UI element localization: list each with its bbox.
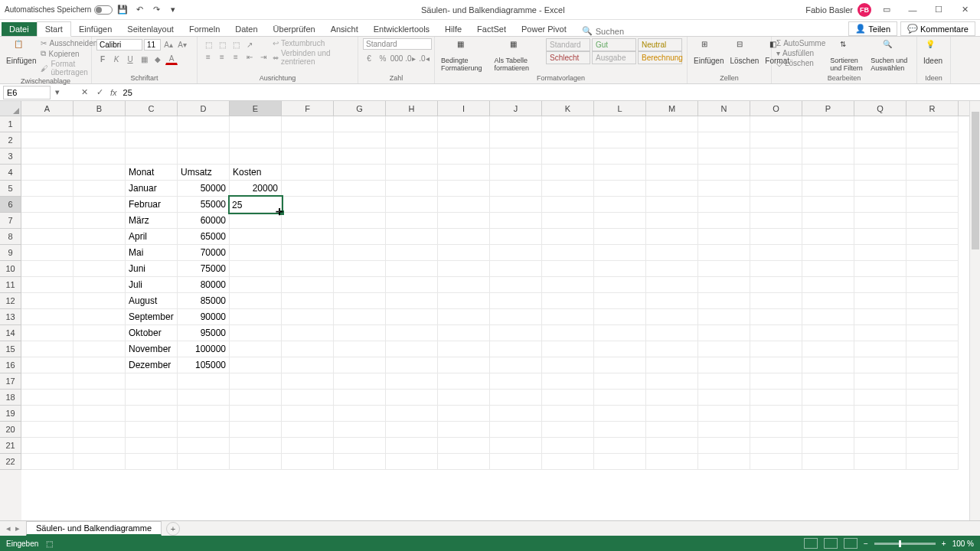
cell-L5[interactable]: [594, 181, 646, 197]
copy-button[interactable]: ⧉Kopieren: [41, 48, 97, 59]
cell-E19[interactable]: [230, 406, 282, 422]
cell-C9[interactable]: Mai: [126, 245, 178, 261]
cell-D20[interactable]: [178, 422, 230, 438]
cell-L12[interactable]: [594, 293, 646, 309]
cell-L3[interactable]: [594, 148, 646, 165]
cell-C13[interactable]: September: [126, 309, 178, 325]
cell-F19[interactable]: [282, 406, 334, 422]
cell-M7[interactable]: [646, 213, 698, 229]
cell-B21[interactable]: [74, 438, 126, 454]
cell-H19[interactable]: [386, 406, 438, 422]
cell-B17[interactable]: [74, 373, 126, 390]
cell-J13[interactable]: [490, 309, 542, 325]
cell-A17[interactable]: [21, 373, 74, 390]
view-layout-icon[interactable]: [824, 538, 838, 549]
cell-M14[interactable]: [646, 325, 698, 341]
cell-G7[interactable]: [334, 213, 386, 229]
col-header-P[interactable]: P: [802, 101, 854, 116]
cell-P4[interactable]: [802, 165, 854, 181]
cell-K9[interactable]: [542, 245, 594, 261]
italic-button[interactable]: K: [110, 53, 122, 65]
cell-B6[interactable]: [74, 197, 126, 213]
cell-O11[interactable]: [750, 277, 802, 293]
find-select-button[interactable]: 🔍Suchen und Auswählen: [869, 38, 912, 73]
style-berechnung[interactable]: Berechnung: [638, 51, 682, 64]
cell-L9[interactable]: [594, 245, 646, 261]
autosave-toggle[interactable]: [94, 5, 113, 15]
cell-H4[interactable]: [386, 165, 438, 181]
cell-H3[interactable]: [386, 148, 438, 165]
cell-E17[interactable]: [230, 373, 282, 390]
col-header-D[interactable]: D: [178, 101, 230, 116]
col-header-L[interactable]: L: [594, 101, 646, 116]
cell-I19[interactable]: [438, 406, 490, 422]
vertical-scrollbar[interactable]: [969, 101, 980, 520]
cell-C15[interactable]: November: [126, 341, 178, 357]
undo-icon[interactable]: ↶: [132, 3, 146, 17]
row-header-2[interactable]: 2: [0, 132, 21, 148]
cell-H7[interactable]: [386, 213, 438, 229]
cell-A16[interactable]: [21, 357, 74, 373]
cell-N19[interactable]: [698, 406, 750, 422]
col-header-H[interactable]: H: [386, 101, 438, 116]
cell-D13[interactable]: 90000: [178, 309, 230, 325]
view-normal-icon[interactable]: [804, 538, 818, 549]
cell-E2[interactable]: [230, 132, 282, 148]
cell-B10[interactable]: [74, 261, 126, 277]
paste-button[interactable]: 📋Einfügen: [5, 38, 38, 67]
cell-K15[interactable]: [542, 341, 594, 357]
cell-J20[interactable]: [490, 422, 542, 438]
cell-F13[interactable]: [282, 309, 334, 325]
cell-G12[interactable]: [334, 293, 386, 309]
cell-E14[interactable]: [230, 325, 282, 341]
cell-A10[interactable]: [21, 261, 74, 277]
cell-K11[interactable]: [542, 277, 594, 293]
cell-O19[interactable]: [750, 406, 802, 422]
cell-O17[interactable]: [750, 373, 802, 390]
cell-H11[interactable]: [386, 277, 438, 293]
cell-G11[interactable]: [334, 277, 386, 293]
cell-C3[interactable]: [126, 148, 178, 165]
cell-D16[interactable]: 105000: [178, 357, 230, 373]
cell-O16[interactable]: [750, 357, 802, 373]
cell-C22[interactable]: [126, 454, 178, 470]
cell-L13[interactable]: [594, 309, 646, 325]
currency-icon[interactable]: €: [363, 52, 375, 64]
cell-P11[interactable]: [802, 277, 854, 293]
cell-O3[interactable]: [750, 148, 802, 165]
zoom-in-icon[interactable]: +: [942, 540, 946, 548]
cell-M3[interactable]: [646, 148, 698, 165]
underline-button[interactable]: U: [124, 53, 136, 65]
tab-daten[interactable]: Daten: [227, 22, 265, 36]
cell-E13[interactable]: [230, 309, 282, 325]
cell-B8[interactable]: [74, 229, 126, 245]
cell-B14[interactable]: [74, 325, 126, 341]
cell-K1[interactable]: [542, 116, 594, 132]
cell-H1[interactable]: [386, 116, 438, 132]
cell-G14[interactable]: [334, 325, 386, 341]
cell-K17[interactable]: [542, 373, 594, 390]
font-color-button[interactable]: A: [165, 53, 178, 65]
align-left-icon[interactable]: ≡: [202, 51, 214, 63]
conditional-format-button[interactable]: ▦Bedingte Formatierung: [439, 38, 490, 73]
cell-A1[interactable]: [21, 116, 74, 132]
col-header-A[interactable]: A: [21, 101, 74, 116]
cancel-entry-icon[interactable]: ✕: [77, 87, 92, 97]
insert-cells-button[interactable]: ⊞Einfügen: [692, 38, 725, 67]
cell-R6[interactable]: [906, 197, 959, 213]
cell-P22[interactable]: [802, 454, 854, 470]
save-icon[interactable]: 💾: [116, 3, 129, 17]
tab-überprüfen[interactable]: Überprüfen: [266, 22, 323, 36]
cell-J6[interactable]: [490, 197, 542, 213]
cell-C2[interactable]: [126, 132, 178, 148]
cell-Q22[interactable]: [854, 454, 906, 470]
cell-Q8[interactable]: [854, 229, 906, 245]
cell-M5[interactable]: [646, 181, 698, 197]
cell-M20[interactable]: [646, 422, 698, 438]
style-neutral[interactable]: Neutral: [638, 38, 682, 51]
cell-A2[interactable]: [21, 132, 74, 148]
minimize-icon[interactable]: —: [902, 3, 923, 17]
cell-P7[interactable]: [802, 213, 854, 229]
cell-K18[interactable]: [542, 390, 594, 406]
style-ausgabe[interactable]: Ausgabe: [592, 51, 636, 64]
